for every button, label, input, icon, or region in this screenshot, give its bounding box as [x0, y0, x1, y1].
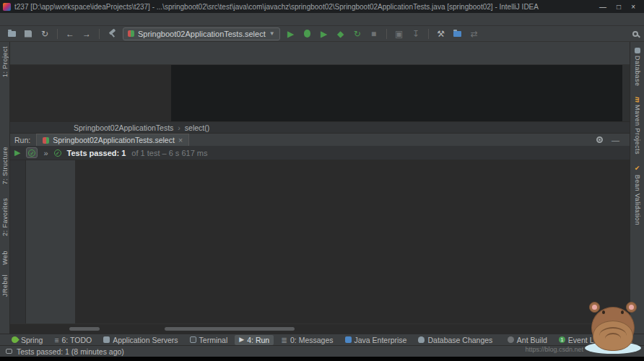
- run-panel-toolbar: [10, 160, 26, 323]
- maximize-button[interactable]: □: [617, 3, 621, 11]
- database-icon: [635, 48, 640, 53]
- bottom-edge: [0, 357, 644, 361]
- run-tab[interactable]: Springboot02ApplicationTests.select ×: [36, 134, 189, 146]
- run-panel-label: Run:: [14, 136, 30, 144]
- terminal-icon: [190, 336, 196, 343]
- toolwindow-database-changes[interactable]: Database Changes: [414, 335, 497, 345]
- run-config-icon: [43, 137, 49, 144]
- back-icon[interactable]: ←: [64, 29, 76, 39]
- tests-passed-detail: of 1 test – 6 s 617 ms: [131, 149, 207, 157]
- minimize-button[interactable]: —: [599, 3, 606, 11]
- tests-passed-icon: ✓: [54, 149, 61, 157]
- tool-window-bar: Spring ≡6: TODO Application Servers Term…: [0, 334, 644, 345]
- toolwindow-run[interactable]: ▶4: Run: [235, 335, 274, 345]
- breadcrumb-method[interactable]: select(): [185, 123, 209, 132]
- horizontal-scrollbar: [10, 323, 630, 334]
- wrench-icon[interactable]: ⚒: [435, 29, 447, 39]
- stop-icon[interactable]: ■: [368, 29, 380, 39]
- profiler-icon[interactable]: ◆: [335, 29, 347, 39]
- intellij-logo-icon: [3, 3, 11, 11]
- expand-chevrons-icon[interactable]: »: [43, 149, 48, 157]
- sidebar-item-structure[interactable]: 7: Structure: [1, 147, 9, 185]
- project-structure-icon[interactable]: [452, 29, 464, 39]
- sidebar-item-database[interactable]: Database: [634, 48, 641, 87]
- open-icon[interactable]: [6, 29, 17, 39]
- run-config-icon: [128, 30, 134, 37]
- sidebar-item-maven-projects[interactable]: mMaven Projects: [634, 97, 641, 155]
- event-bubble-icon: [6, 349, 12, 354]
- title-bar: t237 [D:\app\workspace\ideaProjects\t237…: [0, 0, 644, 13]
- forward-icon[interactable]: →: [81, 29, 92, 39]
- breadcrumb: [10, 42, 630, 52]
- menu-bar: [0, 13, 644, 26]
- app-servers-icon: [103, 336, 110, 343]
- scrollbar-thumb[interactable]: [165, 327, 295, 331]
- main-toolbar: ↻ ← → Springboot02ApplicationTests.selec…: [0, 26, 644, 42]
- toolwindow-ant-build[interactable]: Ant Build: [503, 335, 552, 345]
- sync-settings-icon[interactable]: ⇄: [469, 29, 480, 39]
- sidebar-item-project[interactable]: 1: Project: [1, 46, 9, 77]
- messages-icon: ≣: [281, 336, 287, 344]
- toolwindow-application-servers[interactable]: Application Servers: [99, 335, 182, 345]
- rerun-tests-icon[interactable]: ▶: [14, 148, 20, 157]
- left-tool-stripe: 1: Project 7: Structure 2: Favorites Web…: [0, 42, 10, 334]
- run-dashboard-icon[interactable]: ▣: [393, 29, 405, 39]
- ant-build-icon: [508, 336, 514, 343]
- editor-tab-bar: [10, 52, 630, 65]
- gear-icon[interactable]: [596, 136, 603, 143]
- database-changes-icon: [418, 336, 425, 343]
- editor-breadcrumb: Springboot02ApplicationTests › select(): [10, 121, 630, 133]
- toolbar-divider: [99, 29, 100, 39]
- sidebar-item-favorites[interactable]: 2: Favorites: [1, 198, 9, 236]
- tests-passed-label: Tests passed: 1: [67, 149, 126, 157]
- todo-icon: ≡: [54, 336, 58, 344]
- run-config-label: Springboot02ApplicationTests.select: [138, 30, 266, 38]
- show-passed-toggle[interactable]: ✓: [26, 147, 38, 158]
- editor-background: [171, 65, 622, 121]
- toolwindow-spring[interactable]: Spring: [7, 335, 47, 345]
- right-tool-stripe: Database mMaven Projects ✔Bean Validatio…: [630, 42, 644, 334]
- maven-icon: m: [634, 97, 641, 103]
- close-button[interactable]: ×: [631, 3, 635, 11]
- rerun-icon[interactable]: ↻: [352, 29, 363, 39]
- sidebar-item-web[interactable]: Web: [1, 251, 9, 265]
- editor-scrollbar[interactable]: [622, 65, 630, 121]
- test-tree: [26, 160, 75, 323]
- attach-icon[interactable]: ↧: [410, 29, 422, 39]
- test-status-row: ▶ ✓ » ✓ Tests passed: 1 of 1 test – 6 s …: [10, 146, 630, 160]
- close-icon[interactable]: ×: [178, 136, 183, 144]
- toolbar-divider: [386, 29, 387, 39]
- csdn-watermark: https://blog.csdn.net: [525, 346, 583, 353]
- run-console[interactable]: [79, 160, 617, 323]
- toolbar-divider: [57, 29, 58, 39]
- toolwindow-java-enterprise[interactable]: Java Enterprise: [341, 335, 412, 345]
- status-message: Tests passed: 1 (8 minutes ago): [17, 347, 124, 356]
- coverage-icon[interactable]: ▶: [318, 29, 330, 39]
- toolwindow-terminal[interactable]: Terminal: [186, 335, 232, 345]
- debug-icon[interactable]: [302, 29, 313, 39]
- hide-panel-icon[interactable]: —: [612, 136, 619, 144]
- toolwindow-messages[interactable]: ≣0: Messages: [277, 335, 337, 345]
- sidebar-item-bean-validation[interactable]: ✔Bean Validation: [634, 165, 641, 225]
- run-icon[interactable]: ▶: [285, 29, 297, 39]
- check-icon: ✓: [28, 149, 35, 157]
- breadcrumb-class[interactable]: Springboot02ApplicationTests: [74, 123, 173, 132]
- toolwindow-todo[interactable]: ≡6: TODO: [50, 335, 96, 345]
- window-title: t237 [D:\app\workspace\ideaProjects\t237…: [14, 3, 593, 11]
- spring-icon: [10, 335, 19, 344]
- run-configuration-combo[interactable]: Springboot02ApplicationTests.select ▼: [123, 27, 280, 40]
- toolwindow-event-log[interactable]: 1Event Log: [554, 335, 606, 345]
- scrollbar-thumb[interactable]: [69, 327, 100, 331]
- sidebar-item-jrebel[interactable]: JRebel: [1, 274, 9, 297]
- chevron-down-icon: ▼: [269, 30, 275, 37]
- code-editor[interactable]: [10, 65, 630, 121]
- toolwindow-jrebel[interactable]: JR: [609, 335, 637, 345]
- toolbar-divider: [428, 29, 429, 39]
- event-log-icon: 1: [559, 336, 565, 343]
- build-hammer-icon[interactable]: [106, 29, 118, 39]
- search-everywhere-icon[interactable]: [632, 31, 638, 37]
- java-enterprise-icon: [345, 336, 352, 343]
- console-area: [75, 160, 630, 323]
- save-icon[interactable]: [22, 29, 34, 39]
- sync-icon[interactable]: ↻: [39, 29, 51, 39]
